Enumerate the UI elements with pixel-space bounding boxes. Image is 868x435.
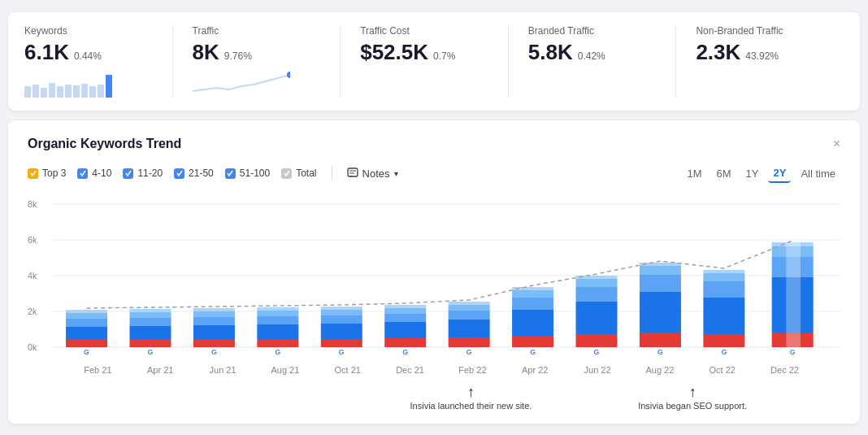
metric-branded-traffic: Branded Traffic 5.8K 0.42% xyxy=(509,25,677,98)
bar-group-apr22: G xyxy=(512,287,553,356)
svg-rect-42 xyxy=(321,310,362,315)
svg-rect-59 xyxy=(512,298,553,310)
svg-rect-52 xyxy=(449,320,490,337)
x-label-oct21: Oct 21 xyxy=(316,365,379,375)
svg-rect-21 xyxy=(129,339,171,347)
legend-item-top3[interactable]: Top 3 xyxy=(28,167,66,179)
metric-branded-traffic-label: Branded Traffic xyxy=(528,25,657,37)
svg-rect-77 xyxy=(703,281,744,298)
svg-text:G: G xyxy=(530,347,536,355)
bar-group-feb22: G xyxy=(449,302,490,356)
legend-checkbox-top3 xyxy=(28,168,38,179)
svg-rect-29 xyxy=(193,317,235,325)
x-label-feb22: Feb 22 xyxy=(441,365,504,375)
time-btn-1m[interactable]: 1M xyxy=(682,165,706,182)
legend-item-51-100[interactable]: 51-100 xyxy=(225,167,270,179)
x-label-jun21: Jun 21 xyxy=(192,365,254,375)
svg-rect-57 xyxy=(512,336,553,347)
legend-label-4-10: 4-10 xyxy=(92,167,111,179)
chart-area: 8k 6k 4k 2k 0k xyxy=(28,196,840,359)
time-btn-6m[interactable]: 6M xyxy=(712,165,736,182)
bar-group-oct21: G xyxy=(321,307,362,356)
bar-group-jun22: G xyxy=(576,276,618,356)
svg-rect-25 xyxy=(129,309,171,312)
legend-checkbox-total xyxy=(281,168,292,179)
metric-keywords: Keywords 6.1K 0.44% xyxy=(24,25,173,98)
svg-rect-28 xyxy=(193,325,235,339)
svg-text:G: G xyxy=(594,347,600,355)
legend-item-11-20[interactable]: 11-20 xyxy=(123,167,163,179)
annotation-2-arrow: ↑ xyxy=(689,385,697,399)
metric-traffic-label: Traffic xyxy=(193,25,321,37)
metric-traffic-cost-change: 0.7% xyxy=(433,50,455,62)
traffic-mini-chart xyxy=(193,72,321,98)
legend-label-21-50: 21-50 xyxy=(189,167,214,179)
svg-text:G: G xyxy=(402,347,408,355)
svg-rect-60 xyxy=(512,290,553,298)
legend-label-top3: Top 3 xyxy=(42,167,66,179)
svg-text:8k: 8k xyxy=(28,198,37,208)
svg-rect-24 xyxy=(129,312,171,318)
svg-rect-86 xyxy=(786,242,801,347)
legend-item-21-50[interactable]: 21-50 xyxy=(174,167,214,179)
close-button[interactable]: × xyxy=(833,137,840,151)
x-label-jun22: Jun 22 xyxy=(566,365,629,375)
annotation-2: ↑ Insivia began SEO support. xyxy=(618,385,766,411)
legend-item-total[interactable]: Total xyxy=(281,167,316,179)
annotation-1: ↑ Insivia launched their new site. xyxy=(397,385,545,411)
metric-traffic-cost-label: Traffic Cost xyxy=(360,25,488,37)
svg-rect-19 xyxy=(66,310,107,313)
svg-rect-55 xyxy=(449,302,490,305)
svg-rect-76 xyxy=(703,298,744,334)
svg-rect-54 xyxy=(449,305,490,311)
time-btn-all[interactable]: All time xyxy=(796,165,840,182)
legend-label-51-100: 51-100 xyxy=(240,167,270,179)
svg-text:G: G xyxy=(148,347,154,355)
bar-group-apr21: G xyxy=(129,309,171,356)
bar-group-dec21: G xyxy=(384,305,426,356)
svg-text:G: G xyxy=(790,347,796,355)
annotation-2-text: Insivia began SEO support. xyxy=(638,401,747,411)
page-container: Keywords 6.1K 0.44% Traffic xyxy=(8,12,860,424)
svg-text:G: G xyxy=(721,347,727,355)
svg-rect-15 xyxy=(66,339,107,347)
svg-rect-47 xyxy=(384,314,426,322)
svg-rect-1 xyxy=(348,168,358,176)
metric-keywords-change: 0.44% xyxy=(74,50,102,62)
svg-rect-36 xyxy=(257,311,298,316)
bar-group-jun21: G xyxy=(193,308,235,356)
chart-header: Organic Keywords Trend × xyxy=(28,137,840,151)
svg-rect-64 xyxy=(576,302,618,334)
svg-rect-27 xyxy=(193,339,235,347)
svg-rect-41 xyxy=(321,315,362,324)
annotation-1-text: Insivia launched their new site. xyxy=(410,401,532,411)
notes-button[interactable]: Notes ▾ xyxy=(347,167,398,180)
chart-section: Organic Keywords Trend × Top 3 4-10 xyxy=(8,120,860,424)
svg-text:G: G xyxy=(467,347,472,355)
legend-checkbox-51-100 xyxy=(225,168,236,179)
chart-controls: Top 3 4-10 11-20 xyxy=(28,164,840,183)
chart-title: Organic Keywords Trend xyxy=(28,137,181,151)
svg-rect-37 xyxy=(257,307,298,311)
svg-rect-75 xyxy=(703,334,744,347)
x-label-aug22: Aug 22 xyxy=(628,365,691,375)
svg-text:G: G xyxy=(211,347,217,355)
metric-branded-traffic-change: 0.42% xyxy=(578,50,605,62)
svg-text:G: G xyxy=(275,347,280,355)
x-label-dec22: Dec 22 xyxy=(753,365,816,375)
legend-label-total: Total xyxy=(296,167,316,179)
svg-rect-45 xyxy=(384,338,426,347)
svg-text:G: G xyxy=(658,347,663,355)
svg-rect-22 xyxy=(129,326,171,339)
time-btn-1y[interactable]: 1Y xyxy=(741,165,764,182)
svg-rect-53 xyxy=(449,311,490,320)
legend-item-4-10[interactable]: 4-10 xyxy=(77,167,111,179)
svg-rect-16 xyxy=(66,327,107,339)
legend-label-11-20: 11-20 xyxy=(137,167,163,179)
svg-text:2k: 2k xyxy=(28,306,37,315)
time-btn-2y[interactable]: 2Y xyxy=(768,164,791,183)
legend-checkbox-21-50 xyxy=(174,168,184,179)
notes-chevron-icon: ▾ xyxy=(394,169,398,178)
bar-group-aug21: G xyxy=(257,307,298,356)
metric-keywords-value: 6.1K xyxy=(24,40,69,65)
